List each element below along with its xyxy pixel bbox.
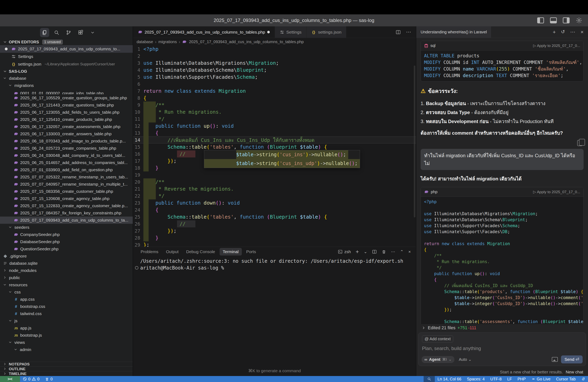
encoding[interactable]: UTF-8 [487,376,504,382]
chevron-down-icon[interactable]: ⌄ [364,249,367,254]
section-header-notepads[interactable]: NOTEPADS [0,362,133,366]
code-line-20[interactable]: 20 /** [133,178,416,185]
apply-button[interactable]: ▷ Apply to 2025_07_17_0... [533,43,580,48]
toggle-right-sidebar-icon[interactable] [563,17,570,23]
toggle-left-sidebar-icon[interactable] [537,17,544,23]
close-panel-icon[interactable]: × [408,249,411,254]
section-header-outline[interactable]: OUTLINE [0,366,133,371]
tree-item[interactable]: 2025_06_17_133003_create_answers_table.p… [0,130,133,137]
chevron-down-icon[interactable] [88,28,97,37]
tree-item[interactable]: 2025_07_07_040957_rename_timestamp_in_mu… [0,181,133,188]
tree-item[interactable]: QuestionSeeder.php [0,245,133,252]
ports-status[interactable]: 0 [42,376,55,382]
new-terminal-icon[interactable]: + [356,248,359,255]
toggle-panel-icon[interactable] [550,17,557,23]
tree-item[interactable]: 2025_06_17_125410_create_products_table.… [0,116,133,123]
tree-item[interactable]: 2025_06_17_132057_create_assessments_tab… [0,123,133,130]
maximize-panel-icon[interactable]: ⌃ [400,249,404,254]
split-editor-icon[interactable] [396,30,401,35]
language-mode[interactable]: PHP [515,376,528,382]
code-line-2[interactable]: 2 [133,53,416,59]
tree-item[interactable]: 2025_07_15_120608_create_agency_table.ph… [0,195,133,202]
problems-status[interactable]: 0 0 [20,376,42,382]
code-line-10[interactable]: 10 * Run the migrations. [133,109,416,115]
panel-tab-terminal[interactable]: Terminal [220,248,242,256]
breadcrumb-folder[interactable]: database [137,39,153,44]
add-context-button[interactable]: @ Add context [422,335,453,343]
tree-folder-js[interactable]: js [0,317,133,325]
cursor-tab-status[interactable]: Cursor Tab [553,376,578,382]
editor-scrollbar[interactable] [414,66,415,217]
tree-item[interactable]: .gitignore [0,252,133,260]
chat-input[interactable]: @ Add context Plan, search, build anythi… [418,332,586,366]
code-line-26[interactable]: 26 // [133,220,416,227]
tree-item[interactable]: 2025_07_07_025322_rename_timestamp_in_us… [0,173,133,181]
code-editor[interactable]: 1<?php23use Illuminate\Database\Migratio… [133,46,416,247]
tree-item[interactable]: #app.css [0,296,133,303]
inline-ai-suggestion[interactable]: $table->string('cus_ins')->nullable();$t… [204,150,360,168]
tree-item[interactable]: 2025_06_25_014657_add_address_to_compani… [0,159,133,166]
history-icon[interactable]: ↺ [561,29,565,35]
code-line-13[interactable]: 13 { [133,130,416,136]
tree-item[interactable]: JSbootstrap.js [0,332,133,339]
send-button[interactable]: Send ⏎ [561,355,583,363]
tree-item[interactable]: JSapp.js [0,325,133,332]
shell-selector[interactable]: zsh [338,249,351,254]
code-line-21[interactable]: 21 * Reverse the migrations. [133,185,416,192]
code-line-23[interactable]: 23 public function down(): void [133,199,416,206]
code-line-1[interactable]: 1<?php [133,46,416,53]
indentation[interactable]: Spaces: 4 [464,376,488,382]
edited-files-summary[interactable]: Edited 21 files +751-111 [416,324,588,332]
code-line-5[interactable]: 5use Illuminate\Support\Facades\Schema; [133,74,416,80]
code-line-11[interactable]: 11 */ [133,115,416,122]
tree-folder-resources[interactable]: resources [0,281,133,288]
more-actions-icon[interactable]: ⋯ [406,29,411,35]
attach-image-icon[interactable] [552,357,558,362]
settings-gear-icon[interactable] [576,17,582,24]
search-status-cell[interactable] [424,376,435,382]
remote-indicator[interactable]: >< [0,376,20,382]
breadcrumb-folder[interactable]: migrations [158,39,177,44]
tree-item[interactable]: CompanySeeder.php [0,231,133,238]
more-actions-icon[interactable]: ⋯ [391,249,395,254]
editor-tab[interactable]: {}settings.json [306,26,346,38]
section-header-timeline[interactable]: TIMELINE [0,371,133,376]
new-chat-link[interactable]: New chat [566,370,583,374]
breadcrumb-file[interactable]: 2025_07_17_093943_add_cus_ins_udp_column… [189,39,304,44]
tree-item[interactable]: 2025_06_24_030048_add_company_id_to_user… [0,152,133,159]
code-line-28[interactable]: 28 } [133,234,416,241]
split-terminal-icon[interactable] [372,249,377,254]
go-live-button[interactable]: Go Live [529,376,553,382]
tree-item[interactable]: 2025_07_15_083356_create_customer_table.… [0,188,133,195]
search-icon[interactable] [52,28,61,37]
chat-messages[interactable]: sql ▷ Apply to 2025_07_17_0... ALTER TAB… [416,38,588,324]
tree-item[interactable]: DatabaseSeeder.php [0,238,133,245]
tree-item[interactable]: 2025_06_17_105529_create_question_groups… [0,94,133,101]
tree-folder-database[interactable]: database [0,75,133,82]
tree-item[interactable]: 2025_06_18_070343_add_image_to_products_… [0,137,133,145]
code-line-7[interactable]: 7return new class extends Migration [133,88,416,95]
cursor-position[interactable]: Ln 14, Col 66 [435,376,464,382]
tree-item[interactable]: #tailwind.css [0,310,133,317]
tree-folder-admin[interactable]: admin [0,346,133,353]
tree-folder-migrations[interactable]: migrations [0,82,133,89]
code-line-6[interactable]: 6 [133,80,416,88]
editor-tab[interactable]: Settings [275,26,307,38]
panel-tab-output[interactable]: Output [163,248,182,256]
code-line-12[interactable]: 12 public function up(): void [133,122,416,130]
code-line-8[interactable]: 8{ [133,95,416,101]
tree-item[interactable]: 2025_06_17_123055_add_fields_to_users_ta… [0,109,133,116]
tree-item[interactable]: 0001_01_01_000002_create_jobs_table.php [0,89,133,94]
source-control-icon[interactable] [64,28,73,37]
close-icon[interactable]: × [581,29,584,35]
panel-tab-ports[interactable]: Ports [243,248,259,256]
editor-tab[interactable]: 2025_07_17_093943_add_cus_ins_udp_column… [133,26,275,38]
open-editor-item[interactable]: Settings [0,53,133,60]
new-chat-icon[interactable]: + [553,29,556,35]
copy-icon[interactable] [577,140,582,146]
code-line-24[interactable]: 24 { [133,206,416,213]
code-line-22[interactable]: 22 */ [133,192,416,199]
code-line-15[interactable]: 15 Schema::table('tables', function (Blu… [133,143,416,151]
panel-tab-debug-console[interactable]: Debug Console [183,248,218,256]
code-line-4[interactable]: 4use Illuminate\Database\Schema\Blueprin… [133,67,416,74]
